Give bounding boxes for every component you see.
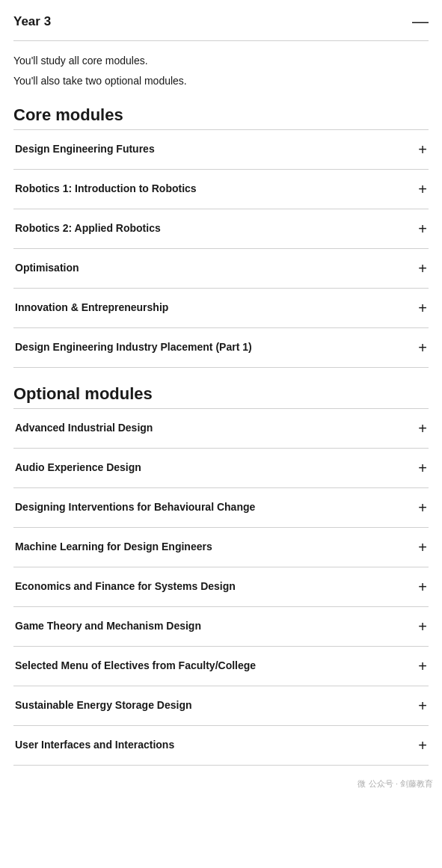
watermark-icon: 微 (357, 778, 366, 789)
optional-module-item[interactable]: Economics and Finance for Systems Design… (13, 567, 429, 607)
core-module-label: Design Engineering Futures (15, 142, 418, 157)
optional-module-label: User Interfaces and Interactions (15, 738, 418, 753)
optional-modules-list: Advanced Industrial Design+Audio Experie… (13, 408, 429, 766)
watermark: 微 公众号 · 剑藤教育 (357, 778, 433, 789)
optional-module-label: Machine Learning for Design Engineers (15, 540, 418, 555)
optional-module-label: Advanced Industrial Design (15, 421, 418, 436)
collapse-icon[interactable]: — (412, 13, 429, 30)
expand-icon[interactable]: + (418, 461, 427, 475)
core-module-item[interactable]: Optimisation+ (13, 249, 429, 289)
core-module-item[interactable]: Robotics 2: Applied Robotics+ (13, 209, 429, 249)
expand-icon[interactable]: + (418, 340, 427, 355)
expand-icon[interactable]: + (418, 619, 427, 634)
expand-icon[interactable]: + (418, 659, 427, 674)
year-title: Year 3 (13, 14, 51, 29)
optional-modules-heading: Optional modules (13, 384, 429, 404)
expand-icon[interactable]: + (418, 142, 427, 157)
expand-icon[interactable]: + (418, 579, 427, 594)
expand-icon[interactable]: + (418, 182, 427, 197)
expand-icon[interactable]: + (418, 301, 427, 316)
optional-module-label: Game Theory and Mechanism Design (15, 619, 418, 634)
optional-module-item[interactable]: User Interfaces and Interactions+ (13, 726, 429, 766)
expand-icon[interactable]: + (418, 698, 427, 713)
optional-module-label: Designing Interventions for Behavioural … (15, 500, 418, 515)
page-container: Year 3 — You'll study all core modules. … (0, 0, 442, 795)
optional-module-item[interactable]: Designing Interventions for Behavioural … (13, 488, 429, 528)
core-modules-heading: Core modules (13, 105, 429, 125)
optional-module-label: Selected Menu of Electives from Faculty/… (15, 659, 418, 674)
optional-module-item[interactable]: Advanced Industrial Design+ (13, 409, 429, 449)
optional-module-item[interactable]: Game Theory and Mechanism Design+ (13, 607, 429, 647)
intro-line2: You'll also take two optional modules. (13, 73, 429, 89)
expand-icon[interactable]: + (418, 738, 427, 753)
core-module-item[interactable]: Robotics 1: Introduction to Robotics+ (13, 170, 429, 209)
optional-module-item[interactable]: Selected Menu of Electives from Faculty/… (13, 647, 429, 686)
year-header: Year 3 — (13, 13, 429, 41)
core-modules-list: Design Engineering Futures+Robotics 1: I… (13, 129, 429, 368)
core-module-item[interactable]: Design Engineering Futures+ (13, 130, 429, 170)
optional-module-label: Audio Experience Design (15, 461, 418, 475)
expand-icon[interactable]: + (418, 261, 427, 276)
core-module-label: Innovation & Entrepreneurship (15, 301, 418, 316)
core-module-item[interactable]: Innovation & Entrepreneurship+ (13, 289, 429, 328)
core-module-item[interactable]: Design Engineering Industry Placement (P… (13, 328, 429, 368)
optional-module-item[interactable]: Sustainable Energy Storage Design+ (13, 686, 429, 726)
optional-module-label: Economics and Finance for Systems Design (15, 579, 418, 594)
expand-icon[interactable]: + (418, 421, 427, 436)
intro-line1: You'll study all core modules. (13, 53, 429, 69)
expand-icon[interactable]: + (418, 500, 427, 515)
core-module-label: Robotics 1: Introduction to Robotics (15, 182, 418, 197)
core-module-label: Robotics 2: Applied Robotics (15, 221, 418, 236)
core-module-label: Optimisation (15, 261, 418, 276)
expand-icon[interactable]: + (418, 540, 427, 555)
watermark-text: 公众号 · 剑藤教育 (369, 778, 433, 789)
core-module-label: Design Engineering Industry Placement (P… (15, 340, 418, 355)
optional-module-item[interactable]: Machine Learning for Design Engineers+ (13, 528, 429, 567)
expand-icon[interactable]: + (418, 221, 427, 236)
optional-module-item[interactable]: Audio Experience Design+ (13, 449, 429, 488)
optional-module-label: Sustainable Energy Storage Design (15, 698, 418, 713)
